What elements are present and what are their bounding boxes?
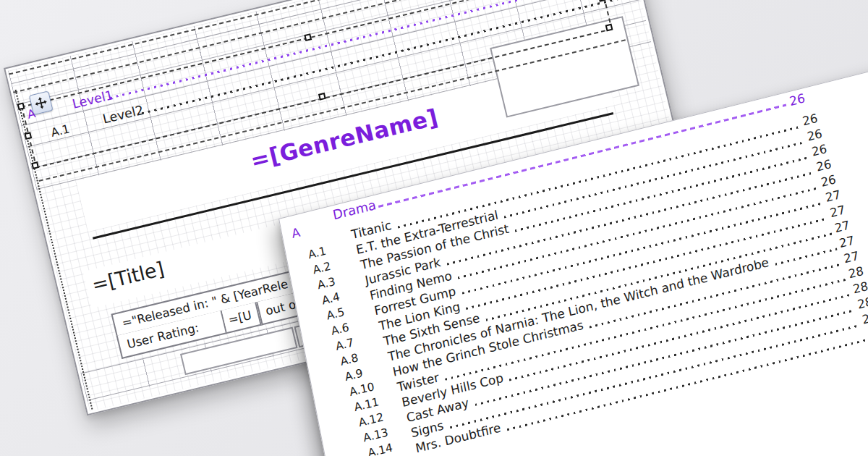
toc-entry-page-number: 28 <box>856 295 868 313</box>
toc-entry-index: A.15 <box>371 452 419 456</box>
toc-entry-page-number: 28 <box>861 310 868 328</box>
toc-genre-bookmark: A <box>290 225 301 241</box>
move-icon <box>33 95 49 111</box>
rating-field-text: =[U <box>223 308 253 328</box>
toc-genre-page-number: 26 <box>788 90 806 110</box>
